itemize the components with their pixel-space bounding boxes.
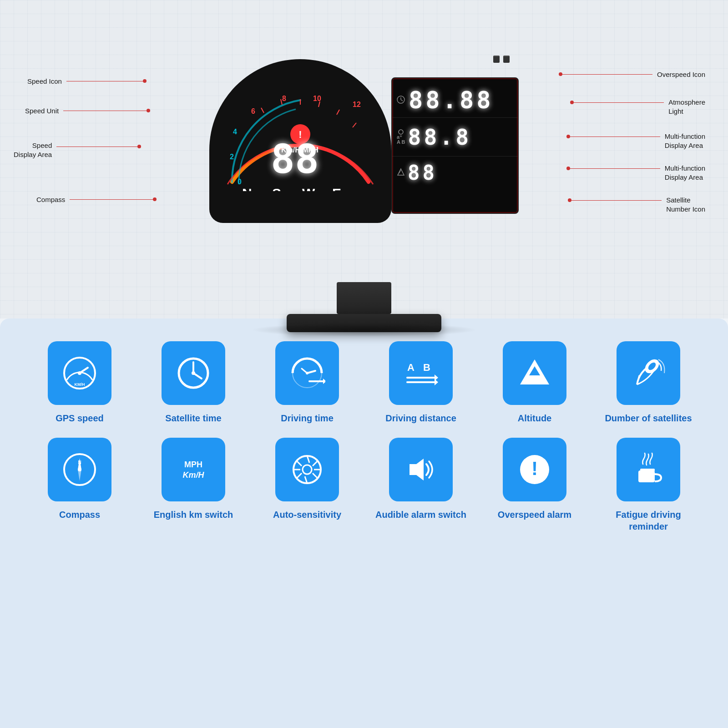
svg-point-29 (78, 371, 81, 375)
device-buttons (493, 56, 510, 63)
display-value-1: 88.88 (409, 86, 494, 114)
svg-text:Km/H  MPH: Km/H MPH (281, 146, 318, 154)
ann-satellite-number-label: SatelliteNumber Icon (666, 196, 705, 213)
feature-auto-sensitivity: Auto-sensitivity (255, 438, 359, 532)
satellite-time-icon (175, 355, 212, 391)
driving-distance-label: Driving distance (385, 412, 456, 424)
svg-point-58 (303, 465, 312, 474)
svg-text:6: 6 (251, 107, 255, 115)
row1-icon (397, 96, 406, 105)
ann-speed-unit-label: Speed Unit (25, 107, 59, 115)
svg-line-23 (401, 100, 403, 101)
svg-rect-70 (638, 470, 655, 482)
button-2[interactable] (503, 56, 510, 63)
display-row-2: a⁺A B 88.8 (392, 118, 518, 157)
feature-compass: N Compass (27, 438, 132, 532)
satellites-icon-box (617, 341, 680, 405)
svg-marker-39 (323, 379, 325, 384)
ann-speed-icon: Speed Icon (27, 77, 62, 86)
svg-text:B: B (423, 362, 430, 373)
altitude-icon-box (503, 341, 566, 405)
row2-icons: a⁺A B (397, 129, 405, 145)
feature-driving-distance: A B Driving distance (369, 341, 473, 424)
gauge-svg: 0 2 4 6 8 10 12 (214, 64, 387, 191)
auto-sensitivity-icon (289, 451, 325, 488)
auto-sensitivity-label: Auto-sensitivity (273, 509, 341, 521)
ann-speed-display-label: SpeedDisplay Area (14, 142, 52, 158)
compass-icon: N (61, 451, 98, 488)
svg-text:4: 4 (233, 128, 237, 136)
driving-distance-icon-box: A B (389, 341, 453, 405)
bottom-section: KM/H GPS speed Satellite time (0, 318, 728, 728)
audible-alarm-icon-box (389, 438, 453, 501)
svg-text:W: W (302, 186, 315, 191)
svg-text:10: 10 (313, 95, 321, 102)
svg-text:12: 12 (353, 101, 361, 108)
top-section: 0 2 4 6 8 10 12 (0, 0, 728, 318)
svg-text:88: 88 (271, 136, 319, 182)
svg-line-12 (261, 108, 264, 113)
english-km-icon: MPH Km/H (175, 451, 212, 488)
svg-text:N: N (78, 460, 81, 465)
ann-compass-label: Compass (36, 196, 65, 203)
gps-speed-icon: KM/H (61, 355, 98, 391)
ann-speed-unit: Speed Unit (25, 107, 59, 115)
hud-device: 0 2 4 6 8 10 12 (200, 59, 528, 278)
svg-text:2: 2 (230, 153, 234, 161)
fatigue-driving-icon (630, 451, 667, 488)
svg-text:N: N (242, 186, 252, 191)
svg-text:MPH: MPH (184, 460, 202, 469)
svg-point-34 (192, 371, 195, 375)
feature-english-km: MPH Km/H English km switch (141, 438, 246, 532)
overspeed-alarm-icon: ! (516, 451, 553, 488)
display-row-3: 88 (392, 157, 518, 188)
features-grid: KM/H GPS speed Satellite time (27, 341, 701, 532)
ann-atmosphere-light: AtmosphereLight (668, 98, 705, 116)
gps-speed-label: GPS speed (56, 412, 104, 424)
svg-text:Km/H: Km/H (182, 470, 204, 480)
button-1[interactable] (493, 56, 500, 63)
ann-multifunction-1: Multi-functionDisplay Area (665, 132, 705, 150)
device-shadow (250, 323, 478, 337)
svg-text:S: S (272, 186, 281, 191)
gps-speed-icon-box: KM/H (48, 341, 111, 405)
svg-line-60 (313, 461, 317, 466)
device-stand (337, 282, 391, 314)
svg-rect-71 (640, 469, 655, 471)
driving-time-icon-box (275, 341, 339, 405)
satellite-time-icon-box (162, 341, 225, 405)
ann-overspeed-icon: Overspeed Icon (657, 71, 705, 79)
satellites-icon (630, 355, 667, 391)
display-row-1: 88.88 (392, 78, 518, 118)
ann-compass: Compass (36, 196, 65, 204)
feature-altitude: Altitude (482, 341, 587, 424)
svg-line-10 (353, 123, 356, 127)
ann-speed-icon-label: Speed Icon (27, 77, 62, 85)
display-value-3: 88 (408, 161, 437, 184)
svg-text:8: 8 (282, 95, 286, 102)
fatigue-driving-icon-box (617, 438, 680, 501)
svg-line-64 (297, 473, 302, 478)
ann-multifunction-2: Multi-functionDisplay Area (665, 164, 705, 182)
svg-point-24 (399, 130, 403, 134)
auto-sensitivity-icon-box (275, 438, 339, 501)
ann-speed-display: SpeedDisplay Area (14, 141, 52, 159)
altitude-icon (516, 355, 553, 391)
fatigue-driving-label: Fatigue driving reminder (596, 509, 701, 532)
audible-alarm-label: Audible alarm switch (375, 509, 466, 521)
satellite-time-label: Satellite time (165, 412, 221, 424)
audible-alarm-icon (403, 451, 439, 488)
driving-time-label: Driving time (281, 412, 334, 424)
svg-text:KM/H: KM/H (75, 382, 85, 387)
english-km-label: English km switch (154, 509, 233, 521)
satellites-label: Dumber of satellites (605, 412, 692, 424)
english-km-icon-box: MPH Km/H (162, 438, 225, 501)
compass-icon-box: N (48, 438, 111, 501)
svg-marker-67 (410, 459, 424, 480)
ann-atmosphere-light-label: AtmosphereLight (668, 98, 705, 115)
svg-marker-45 (435, 379, 438, 385)
svg-line-66 (297, 461, 302, 466)
driving-distance-icon: A B (403, 355, 439, 391)
right-display-panel: 88.88 a⁺A B 88.8 (391, 77, 519, 214)
feature-gps-speed: KM/H GPS speed (27, 341, 132, 424)
